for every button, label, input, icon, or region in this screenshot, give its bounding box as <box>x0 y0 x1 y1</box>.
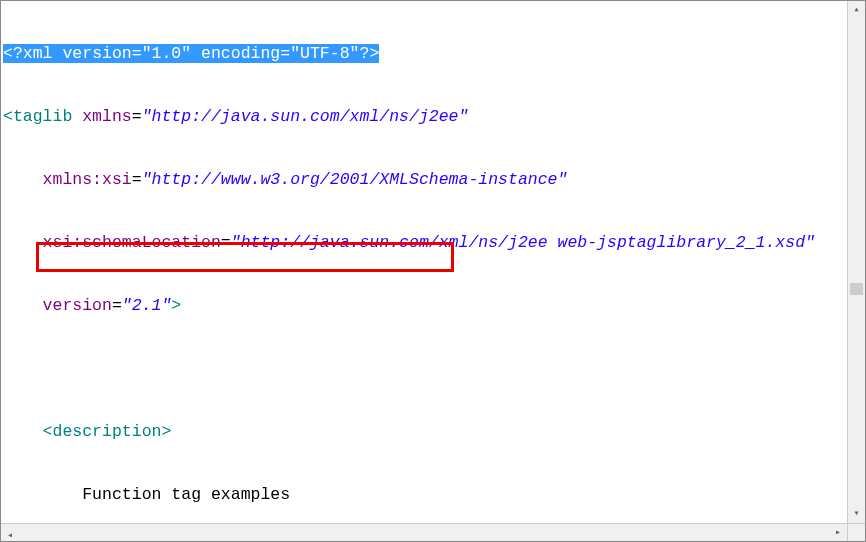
vertical-scrollbar[interactable]: ▴ ▾ <box>847 1 865 523</box>
code-line: xsi:schemaLocation="http://java.sun.com/… <box>1 232 847 253</box>
scroll-right-icon[interactable]: ▸ <box>829 524 847 541</box>
scroll-left-icon[interactable]: ◂ <box>1 527 19 542</box>
code-content: <?xml version="1.0" encoding="UTF-8"?> <… <box>1 1 847 523</box>
code-line: xmlns:xsi="http://www.w3.org/2001/XMLSch… <box>1 169 847 190</box>
vertical-scroll-thumb[interactable] <box>850 283 863 295</box>
horizontal-scrollbar[interactable]: ◂ ▸ <box>1 523 847 541</box>
scroll-down-icon[interactable]: ▾ <box>848 505 865 523</box>
code-line: <?xml version="1.0" encoding="UTF-8"?> <box>1 43 847 64</box>
code-line: <taglib xmlns="http://java.sun.com/xml/n… <box>1 106 847 127</box>
code-editor[interactable]: <?xml version="1.0" encoding="UTF-8"?> <… <box>1 1 847 523</box>
code-line: <description> <box>1 421 847 442</box>
code-line <box>1 358 847 379</box>
vertical-scroll-track[interactable] <box>848 19 865 505</box>
scrollbar-corner <box>847 523 865 541</box>
scroll-up-icon[interactable]: ▴ <box>848 1 865 19</box>
code-line: Function tag examples <box>1 484 847 505</box>
editor-frame: <?xml version="1.0" encoding="UTF-8"?> <… <box>0 0 866 542</box>
code-line: version="2.1"> <box>1 295 847 316</box>
